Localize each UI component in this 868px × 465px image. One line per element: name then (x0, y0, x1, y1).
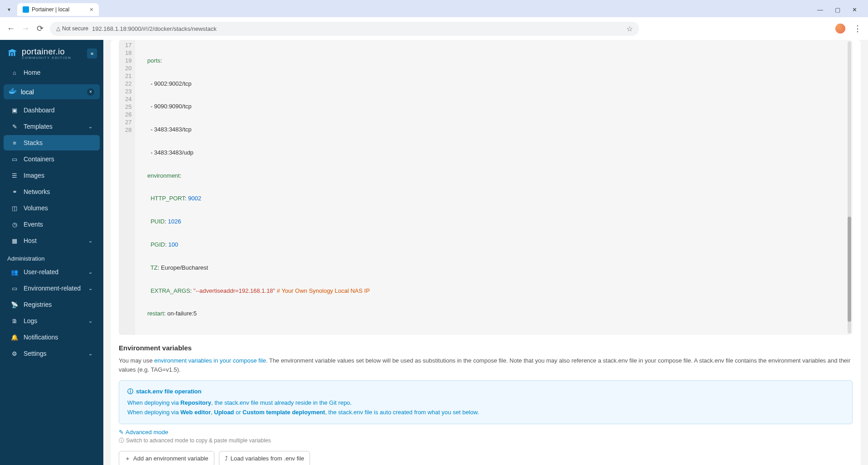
info-icon: ⓘ (127, 387, 133, 397)
warning-icon: △ (56, 25, 60, 32)
bell-icon: 🔔 (11, 334, 18, 341)
window-controls: — ▢ ✕ (815, 5, 864, 15)
security-badge[interactable]: △ Not secure (56, 25, 88, 32)
sidebar-item-volumes[interactable]: ◫Volumes (4, 200, 100, 216)
close-env-icon[interactable]: × (87, 88, 94, 96)
stackenv-info-box: ⓘstack.env file operation When deploying… (119, 380, 853, 424)
browser-menu-icon[interactable]: ⋮ (853, 24, 862, 34)
admin-section-header: Administration (0, 249, 103, 264)
maximize-icon[interactable]: ▢ (833, 5, 842, 15)
chevron-down-icon: ⌄ (88, 124, 92, 130)
sidebar-item-host[interactable]: ▦Host⌄ (4, 233, 100, 248)
gear-icon: ⚙ (11, 350, 18, 357)
sidebar-item-registries[interactable]: 📡Registries (4, 297, 100, 312)
edit-icon: ✎ (119, 429, 124, 436)
env-vars-link[interactable]: environment variables in your compose fi… (154, 357, 266, 364)
info-small-icon: ⓘ (119, 437, 124, 445)
host-icon: ▦ (11, 237, 18, 244)
add-env-var-button[interactable]: ＋Add an environment variable (119, 451, 214, 465)
plus-icon: ＋ (125, 455, 131, 463)
bookmark-star-icon[interactable]: ☆ (626, 24, 633, 33)
code-content[interactable]: ports: - 9002:9002/tcp - 9090:9090/tcp -… (135, 40, 375, 335)
sidebar-item-images[interactable]: ☰Images (4, 168, 100, 183)
networks-icon: ⚭ (11, 189, 18, 195)
images-icon: ☰ (11, 172, 18, 179)
sidebar-item-home[interactable]: ⌂ Home (4, 65, 100, 80)
stacks-icon: ≡ (11, 140, 18, 146)
portainer-logo-icon (6, 48, 18, 59)
sidebar-item-environment-related[interactable]: ▭Environment-related⌄ (4, 281, 100, 296)
env-vars-help: You may use environment variables in you… (119, 356, 853, 374)
sidebar: portainer.io COMMUNITY EDITION « ⌂ Home … (0, 40, 103, 465)
sidebar-collapse-icon[interactable]: « (87, 48, 97, 58)
browser-chrome: ▾ Portainer | local × — ▢ ✕ ← → ⟳ △ Not … (0, 0, 868, 40)
docker-icon (9, 88, 17, 96)
url-field[interactable]: △ Not secure 192.168.1.18:9000/#!/2/dock… (50, 22, 639, 36)
tab-dropdown-icon[interactable]: ▾ (4, 6, 15, 13)
containers-icon: ▭ (11, 156, 18, 163)
browser-tab[interactable]: Portainer | local × (17, 3, 99, 16)
templates-icon: ✎ (11, 123, 18, 130)
environment-icon: ▭ (11, 285, 18, 292)
close-tab-icon[interactable]: × (90, 6, 93, 13)
load-env-file-button[interactable]: ⤴Load variables from .env file (219, 451, 310, 465)
chevron-down-icon: ⌄ (88, 269, 92, 275)
sidebar-item-containers[interactable]: ▭Containers (4, 151, 100, 167)
address-bar: ← → ⟳ △ Not secure 192.168.1.18:9000/#!/… (0, 17, 868, 40)
upload-icon: ⤴ (225, 455, 228, 462)
logo-subtitle: COMMUNITY EDITION (22, 56, 71, 60)
env-vars-title: Environment variables (119, 344, 853, 352)
forward-icon[interactable]: → (21, 24, 30, 34)
sidebar-item-events[interactable]: ◷Events (4, 217, 100, 232)
sidebar-item-templates[interactable]: ✎Templates⌄ (4, 119, 100, 134)
users-icon: 👥 (11, 269, 18, 276)
sidebar-item-stacks[interactable]: ≡Stacks (4, 135, 100, 150)
logs-icon: 🗎 (11, 318, 18, 325)
sidebar-item-settings[interactable]: ⚙Settings⌄ (4, 346, 100, 361)
line-gutter: 171819202122232425262728 (119, 40, 135, 335)
home-icon: ⌂ (11, 69, 18, 76)
chevron-down-icon: ⌄ (88, 318, 92, 324)
close-window-icon[interactable]: ✕ (850, 5, 859, 15)
sidebar-item-networks[interactable]: ⚭Networks (4, 184, 100, 199)
chevron-down-icon: ⌄ (88, 286, 92, 291)
registries-icon: 📡 (11, 301, 18, 308)
sidebar-item-dashboard[interactable]: ▣Dashboard (4, 102, 100, 118)
sidebar-item-user-related[interactable]: 👥User-related⌄ (4, 264, 100, 280)
dashboard-icon: ▣ (11, 107, 18, 114)
logo-text: portainer.io (22, 47, 71, 57)
favicon-icon (23, 6, 29, 13)
minimize-icon[interactable]: — (815, 5, 825, 15)
environment-selector[interactable]: local × (4, 84, 100, 99)
tab-title: Portainer | local (32, 6, 69, 13)
url-text: 192.168.1.18:9000/#!/2/docker/stacks/new… (92, 25, 217, 32)
sidebar-item-notifications[interactable]: 🔔Notifications (4, 329, 100, 345)
editor-scrollbar[interactable] (848, 41, 851, 334)
logo: portainer.io COMMUNITY EDITION « (0, 40, 103, 64)
env-name: local (21, 88, 34, 96)
main-content[interactable]: 171819202122232425262728 ports: - 9002:9… (103, 40, 868, 465)
compose-editor[interactable]: 171819202122232425262728 ports: - 9002:9… (119, 40, 853, 335)
reload-icon[interactable]: ⟳ (35, 24, 44, 34)
advanced-mode-link[interactable]: ✎Advanced mode (119, 429, 168, 436)
chevron-down-icon: ⌄ (88, 351, 92, 357)
profile-avatar[interactable] (835, 24, 845, 34)
advanced-mode-hint: ⓘSwitch to advanced mode to copy & paste… (119, 437, 853, 445)
tab-bar: ▾ Portainer | local × — ▢ ✕ (0, 0, 868, 17)
back-icon[interactable]: ← (6, 24, 15, 34)
volumes-icon: ◫ (11, 205, 18, 212)
events-icon: ◷ (11, 221, 18, 228)
chevron-down-icon: ⌄ (88, 238, 92, 244)
sidebar-item-logs[interactable]: 🗎Logs⌄ (4, 313, 100, 329)
